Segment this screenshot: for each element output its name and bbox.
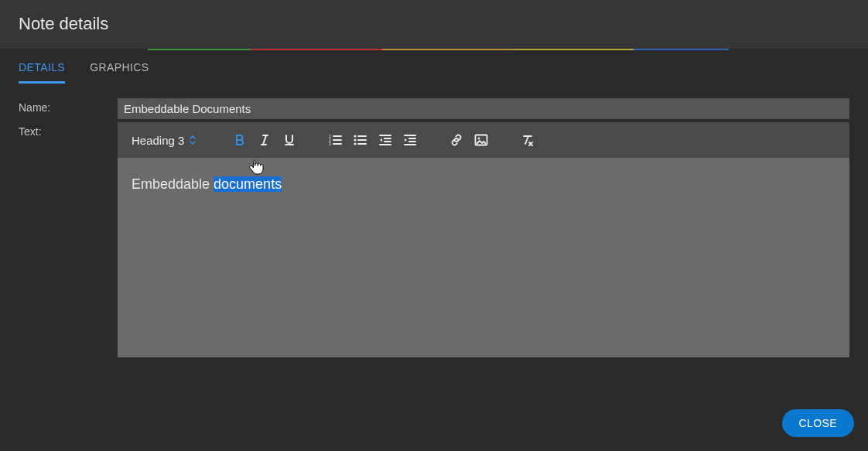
svg-point-4	[354, 138, 357, 141]
clear-format-icon	[521, 134, 535, 146]
italic-button[interactable]	[254, 129, 275, 151]
image-button[interactable]	[470, 129, 492, 151]
editor-text: Embeddable	[132, 176, 214, 192]
ordered-list-icon: 123	[329, 134, 343, 146]
name-input[interactable]	[118, 98, 849, 119]
bold-button[interactable]	[229, 129, 251, 151]
bold-icon	[234, 134, 246, 146]
indent-button[interactable]	[399, 129, 421, 151]
outdent-icon	[378, 134, 392, 146]
svg-point-7	[478, 138, 480, 140]
outdent-button[interactable]	[374, 129, 396, 151]
name-label: Name:	[19, 98, 118, 119]
underline-icon	[283, 134, 296, 146]
editor-body[interactable]: Embeddable documents	[118, 158, 849, 357]
text-label: Text:	[19, 122, 118, 357]
svg-text:3: 3	[329, 142, 331, 146]
content-area: Name: Text: Heading 3	[0, 84, 868, 374]
heading-select[interactable]: Heading 3	[128, 131, 200, 150]
close-button[interactable]: CLOSE	[782, 409, 854, 437]
tab-details[interactable]: DETAILS	[19, 52, 65, 84]
indent-icon	[403, 134, 417, 146]
ordered-list-button[interactable]: 123	[325, 129, 347, 151]
underline-button[interactable]	[279, 129, 300, 151]
editor-selection: documents	[214, 176, 282, 192]
svg-point-5	[354, 142, 357, 145]
accent-line	[0, 49, 868, 50]
tab-graphics[interactable]: GRAPHICS	[90, 52, 149, 84]
unordered-list-icon	[354, 134, 367, 146]
link-button[interactable]	[446, 129, 467, 151]
italic-icon	[258, 134, 271, 146]
image-icon	[474, 134, 488, 146]
heading-select-label: Heading 3	[132, 134, 184, 147]
modal-footer: CLOSE	[0, 395, 868, 451]
tab-bar: DETAILS GRAPHICS	[0, 50, 868, 84]
link-icon	[449, 134, 463, 146]
unordered-list-button[interactable]	[350, 129, 371, 151]
modal-title: Note details	[0, 0, 868, 49]
svg-point-3	[354, 135, 357, 137]
chevron-updown-icon	[189, 135, 196, 145]
editor-toolbar: Heading 3 123	[118, 122, 849, 158]
clear-format-button[interactable]	[517, 129, 538, 151]
